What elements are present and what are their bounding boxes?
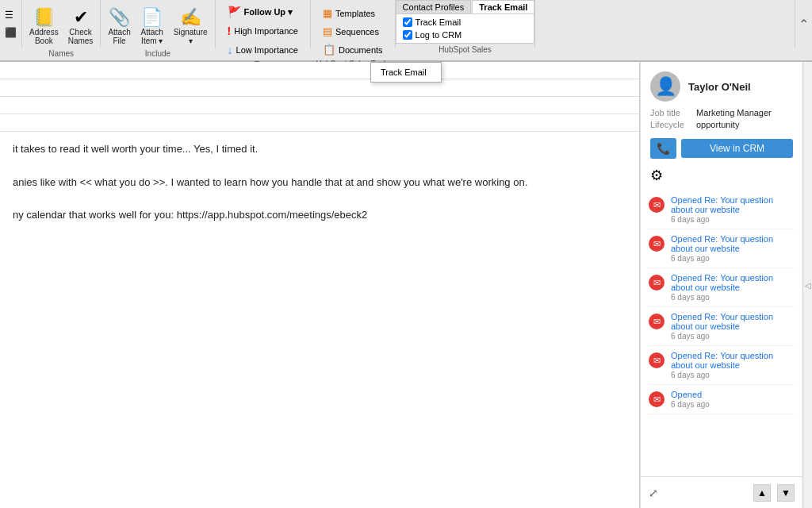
email-activity-icon-0: ✉: [649, 197, 665, 213]
right-edge-handle[interactable]: ◁: [802, 62, 812, 508]
cc-field[interactable]: [0, 79, 639, 97]
sequences-button[interactable]: ▤ Sequences: [317, 23, 389, 40]
phone-icon-btn[interactable]: 📞: [650, 138, 676, 159]
scroll-down-arrow[interactable]: ▼: [777, 484, 795, 502]
email-compose-area: it takes to read it well worth your time…: [0, 62, 640, 508]
scroll-up-arrow[interactable]: ▲: [753, 484, 771, 502]
log-to-crm-checkbox-row[interactable]: Log to CRM: [403, 30, 528, 40]
attach-item-button[interactable]: 📄 AttachItem ▾: [136, 6, 168, 48]
activity-item-3: ✉ Opened Re: Your question about our web…: [649, 307, 795, 346]
activity-title-4[interactable]: Opened Re: Your question about our websi…: [671, 351, 795, 370]
activity-list: ✉ Opened Re: Your question about our web…: [641, 190, 802, 476]
activity-title-5[interactable]: Opened: [671, 390, 710, 399]
contact-profiles-tab[interactable]: Contact Profiles: [396, 0, 472, 13]
activity-item-2: ✉ Opened Re: Your question about our web…: [649, 268, 795, 307]
check-names-button[interactable]: ✔ CheckNames: [64, 6, 98, 48]
track-email-dropdown-item[interactable]: Track Email: [371, 64, 441, 80]
activity-time-4: 6 days ago: [671, 371, 795, 379]
low-importance-label: Low Importance: [236, 45, 298, 55]
email-activity-icon-2: ✉: [649, 275, 665, 291]
activity-item-5: ✉ Opened 6 days ago: [649, 385, 795, 414]
body-line-3: ny calendar that works well for you: htt…: [13, 207, 626, 224]
documents-button[interactable]: 📋 Documents: [317, 41, 389, 58]
low-importance-button[interactable]: ↓ Low Importance: [222, 41, 304, 59]
attach-file-button[interactable]: 📎 AttachFile: [104, 6, 134, 48]
ribbon-expand-button[interactable]: ⌃: [799, 17, 809, 32]
activity-item-0: ✉ Opened Re: Your question about our web…: [649, 190, 795, 229]
email-activity-icon-3: ✉: [649, 314, 665, 329]
contact-meta: Job title Marketing Manager Lifecycle op…: [641, 108, 802, 138]
templates-button[interactable]: ▦ Templates: [317, 5, 389, 21]
send-time-field[interactable]: [0, 114, 639, 132]
lifecycle-value: opportunity: [696, 120, 739, 129]
main-area: it takes to read it well worth your time…: [0, 62, 812, 508]
lifecycle-label: Lifecycle: [650, 120, 691, 129]
avatar: 👤: [650, 71, 680, 102]
activity-title-1[interactable]: Opened Re: Your question about our websi…: [671, 234, 795, 253]
contact-header: 👤 Taylor O'Neil: [641, 62, 802, 108]
email-body[interactable]: it takes to read it well worth your time…: [0, 132, 639, 508]
job-title-value: Marketing Manager: [696, 108, 772, 117]
signature-button[interactable]: ✍ Signature▾: [170, 6, 212, 48]
crm-tools-icon[interactable]: ⚙: [650, 167, 663, 184]
small-icon-1[interactable]: ☰: [3, 8, 18, 22]
body-line-2: anies like with << what you do >>. I wan…: [13, 175, 626, 191]
activity-time-0: 6 days ago: [671, 215, 795, 224]
track-email-tab[interactable]: Track Email: [472, 0, 534, 13]
log-to-crm-checkbox[interactable]: [403, 30, 412, 40]
activity-time-3: 6 days ago: [671, 332, 795, 341]
high-importance-button[interactable]: ! High Importance: [222, 22, 304, 40]
activity-time-5: 6 days ago: [671, 400, 710, 409]
contact-name: Taylor O'Neil: [688, 81, 751, 93]
names-group-label: Names: [25, 48, 97, 60]
email-activity-icon-5: ✉: [649, 391, 665, 407]
email-activity-icon-1: ✉: [649, 236, 665, 252]
track-email-checkbox-row[interactable]: Track Email: [403, 17, 528, 27]
expand-icon[interactable]: ⤢: [649, 487, 658, 499]
address-book-button[interactable]: 📒 AddressBook: [25, 6, 63, 48]
activity-time-2: 6 days ago: [671, 293, 795, 302]
email-activity-icon-4: ✉: [649, 352, 665, 368]
body-line-1: it takes to read it well worth your time…: [13, 141, 626, 158]
activity-title-0[interactable]: Opened Re: Your question about our websi…: [671, 195, 795, 214]
activity-title-3[interactable]: Opened Re: Your question about our websi…: [671, 312, 795, 331]
high-importance-label: High Importance: [234, 26, 298, 36]
crm-btn-row: 📞 View in CRM: [641, 138, 802, 167]
track-email-checkbox[interactable]: [403, 17, 412, 27]
activity-item-1: ✉ Opened Re: Your question about our web…: [649, 229, 795, 268]
subject-field[interactable]: [0, 97, 639, 114]
activity-item-4: ✉ Opened Re: Your question about our web…: [649, 346, 795, 385]
view-in-crm-button[interactable]: View in CRM: [681, 139, 793, 158]
activity-time-1: 6 days ago: [671, 254, 795, 263]
sidebar-footer: ⤢ ▲ ▼: [641, 476, 802, 508]
hubspot-sales-label: HubSpot Sales: [396, 44, 535, 56]
to-field[interactable]: [0, 62, 639, 79]
include-group-label: Include: [104, 48, 211, 60]
track-email-dropdown: Track Email: [370, 62, 442, 83]
sidebar: 👤 Taylor O'Neil Job title Marketing Mana…: [640, 62, 802, 508]
small-icon-2[interactable]: ⬛: [3, 25, 18, 40]
follow-up-button[interactable]: 🚩 Follow Up ▾: [222, 3, 304, 21]
job-title-label: Job title: [650, 108, 691, 117]
activity-title-2[interactable]: Opened Re: Your question about our websi…: [671, 273, 795, 292]
ribbon: ☰ ⬛ 📒 AddressBook ✔ CheckNames Names 📎: [0, 0, 812, 62]
